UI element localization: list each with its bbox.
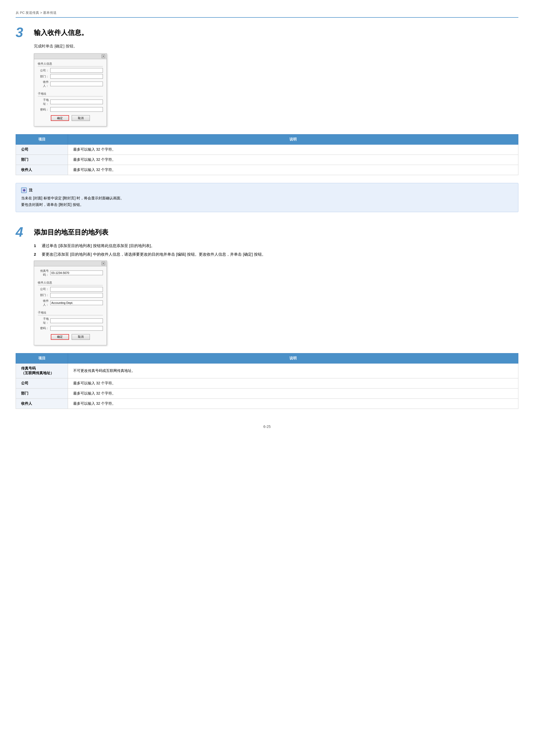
dialog1-ok-btn[interactable]: 确定 — [51, 115, 69, 121]
table-row: 公司最多可以输入 32 个字符。 — [16, 378, 519, 388]
table-row: 收件人最多可以输入 32 个字符。 — [16, 398, 519, 409]
step4-dialog-body: 传真号码： 03-1234-5670 收件人信息 公司： 部门： 收件人： Ac… — [34, 266, 107, 345]
dialog2-company-field: 公司： — [38, 287, 103, 292]
step3-dialog-body: 收件人信息 公司： 部门： 收件人： 子地址 子地址： — [34, 59, 107, 126]
step4-sub1-text: 通过单击 [添加至目的地列表] 按钮将此信息添加至 [目的地列表]。 — [42, 243, 155, 248]
note-header: ✤ 注 — [21, 187, 513, 193]
dialog2-dept-input[interactable] — [50, 293, 103, 298]
dialog2-subaddr-label: 子地址： — [38, 317, 49, 325]
step4-dialog-wrapper: × 传真号码： 03-1234-5670 收件人信息 公司： 部门： — [34, 260, 519, 345]
step3-section: 3 输入收件人信息。 完成时单击 [确定] 按钮。 × 收件人信息 公司： 部门… — [15, 26, 519, 212]
dialog2-subaddr-field: 子地址： — [38, 317, 103, 325]
dialog1-recipient-input[interactable] — [50, 82, 103, 86]
step4-sub2-text: 要更改已添加至 [目的地列表] 中的收件人信息，请选择要更改的目的地并单击 [编… — [42, 252, 266, 257]
dialog2-password-label: 密码： — [38, 326, 49, 330]
dialog2-close-btn[interactable]: × — [102, 262, 105, 265]
svg-text:✤: ✤ — [23, 188, 26, 192]
dialog1-recipient-field: 收件人： — [38, 80, 103, 88]
dialog2-company-label: 公司： — [38, 287, 49, 291]
table-cell-desc: 最多可以输入 32 个字符。 — [68, 165, 519, 175]
dialog2-recipient-field: 收件人： Accounting Dept. — [38, 299, 103, 307]
dialog2-password-field: 密码： — [38, 326, 103, 331]
step3-desc: 完成时单击 [确定] 按钮。 — [34, 44, 519, 49]
step4-sub2: 2 要更改已添加至 [目的地列表] 中的收件人信息，请选择要更改的目的地并单击 … — [34, 252, 519, 257]
table-row: 部门最多可以输入 32 个字符。 — [16, 155, 519, 165]
table-row: 公司最多可以输入 32 个字符。 — [16, 145, 519, 155]
dialog2-cancel-btn[interactable]: 取消 — [72, 334, 90, 340]
table-cell-item: 部门 — [16, 388, 68, 398]
step4-title: 添加目的地至目的地列表 — [34, 228, 108, 237]
dialog2-subaddr-input[interactable] — [50, 318, 103, 323]
dialog2-company-input[interactable] — [50, 287, 103, 292]
dialog2-fax-label: 传真号码： — [38, 269, 49, 277]
note-icon: ✤ — [21, 187, 27, 193]
table-cell-desc: 最多可以输入 32 个字符。 — [68, 145, 519, 155]
dialog1-subaddr-label: 子地址： — [38, 98, 49, 106]
dialog2-subaddr-section: 子地址 — [38, 310, 103, 315]
step4-sub2-num: 2 — [34, 252, 39, 257]
dialog1-company-field: 公司： — [38, 68, 103, 73]
step4-header: 4 添加目的地至目的地列表 — [15, 225, 519, 239]
dialog2-recipient-label: 收件人： — [38, 299, 49, 307]
step4-dialog: × 传真号码： 03-1234-5670 收件人信息 公司： 部门： — [34, 260, 107, 345]
table-cell-item: 传真号码（互联网传真地址） — [16, 363, 68, 378]
dialog2-fax-field: 传真号码： 03-1234-5670 — [38, 269, 103, 277]
dialog2-ok-btn[interactable]: 确定 — [51, 334, 69, 340]
dialog1-subaddr-field: 子地址： — [38, 98, 103, 106]
note-line2: 要包含封面时，请单击 [附封页] 按钮。 — [21, 202, 513, 208]
step4-table-col-desc: 说明 — [68, 353, 519, 363]
step3-table: 项目 说明 公司最多可以输入 32 个字符。部门最多可以输入 32 个字符。收件… — [15, 134, 519, 175]
step4-sub1: 1 通过单击 [添加至目的地列表] 按钮将此信息添加至 [目的地列表]。 — [34, 243, 519, 248]
dialog1-company-input[interactable] — [50, 68, 103, 73]
table-row: 部门最多可以输入 32 个字符。 — [16, 388, 519, 398]
dialog1-password-input[interactable] — [50, 107, 103, 112]
step4-sub1-num: 1 — [34, 243, 39, 248]
dialog1-close-btn[interactable]: × — [102, 54, 105, 58]
step3-header: 3 输入收件人信息。 — [15, 26, 519, 39]
dialog1-dept-label: 部门： — [38, 74, 49, 78]
dialog1-dept-input[interactable] — [50, 74, 103, 79]
table-cell-desc: 最多可以输入 32 个字符。 — [68, 155, 519, 165]
dialog2-dept-label: 部门： — [38, 293, 49, 297]
dialog1-subaddr-input[interactable] — [50, 99, 103, 104]
step3-table-col-desc: 说明 — [68, 134, 519, 145]
step3-number: 3 — [15, 26, 29, 39]
dialog1-recipient-section: 收件人信息 — [38, 62, 103, 67]
table-cell-item: 公司 — [16, 378, 68, 388]
dialog1-subaddr-section: 子地址 — [38, 92, 103, 96]
step3-dialog-wrapper: × 收件人信息 公司： 部门： 收件人： 子地址 — [34, 53, 519, 126]
step3-title: 输入收件人信息。 — [34, 28, 88, 37]
dialog2-password-input[interactable] — [50, 326, 103, 331]
dialog2-fax-value: 03-1234-5670 — [50, 271, 103, 275]
table-cell-desc: 最多可以输入 32 个字符。 — [68, 398, 519, 409]
note-line1: 当未在 [封面] 标签中设定 [附封页] 时，将会显示封面确认画面。 — [21, 195, 513, 202]
page-footer: 6-25 — [15, 424, 519, 429]
dialog1-company-label: 公司： — [38, 68, 49, 72]
dialog1-cancel-btn[interactable]: 取消 — [72, 115, 90, 121]
step3-dialog: × 收件人信息 公司： 部门： 收件人： 子地址 — [34, 53, 107, 126]
step4-dialog-titlebar: × — [34, 261, 107, 266]
dialog1-password-field: 密码： — [38, 107, 103, 112]
note-label: 注 — [29, 187, 33, 193]
dialog1-dept-field: 部门： — [38, 74, 103, 79]
step4-table: 项目 说明 传真号码（互联网传真地址）不可更改传真号码或互联网传真地址。公司最多… — [15, 353, 519, 409]
dialog1-recipient-label: 收件人： — [38, 80, 49, 88]
dialog2-dept-field: 部门： — [38, 293, 103, 298]
table-cell-desc: 最多可以输入 32 个字符。 — [68, 388, 519, 398]
dialog2-recipient-section: 收件人信息 — [38, 281, 103, 285]
table-row: 传真号码（互联网传真地址）不可更改传真号码或互联网传真地址。 — [16, 363, 519, 378]
note-box: ✤ 注 当未在 [封面] 标签中设定 [附封页] 时，将会显示封面确认画面。 要… — [15, 183, 519, 212]
breadcrumb: 从 PC 发送传真 > 基本传送 — [15, 11, 519, 18]
dialog2-recipient-value: Accounting Dept. — [50, 301, 103, 305]
table-cell-item: 收件人 — [16, 398, 68, 409]
table-cell-item: 部门 — [16, 155, 68, 165]
table-cell-item: 收件人 — [16, 165, 68, 175]
step4-table-col-item: 项目 — [16, 353, 68, 363]
dialog1-password-label: 密码： — [38, 108, 49, 112]
table-cell-desc: 不可更改传真号码或互联网传真地址。 — [68, 363, 519, 378]
step4-section: 4 添加目的地至目的地列表 1 通过单击 [添加至目的地列表] 按钮将此信息添加… — [15, 225, 519, 409]
table-row: 收件人最多可以输入 32 个字符。 — [16, 165, 519, 175]
step4-number: 4 — [15, 225, 29, 239]
dialog1-footer: 确定 取消 — [38, 113, 103, 123]
step3-table-col-item: 项目 — [16, 134, 68, 145]
